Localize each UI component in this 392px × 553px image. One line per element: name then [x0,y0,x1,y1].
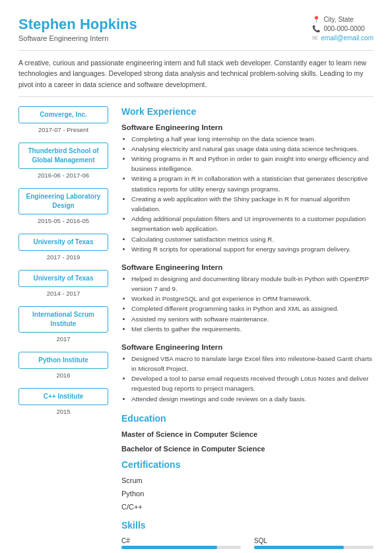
left-cert-item: International Scrum Institute 2017 [18,306,108,342]
skill-bar-fill [254,546,344,549]
left-edu-items: University of Texas 2017 - 2019 Universi… [18,234,108,297]
bullet: Analysing electricity and natural gas us… [131,144,374,154]
certifications-title: Certifications [121,459,374,471]
skill-label: SQL [254,537,374,544]
cert-date: 2017 [18,335,108,342]
left-work-items: Comverge, Inc. 2017-07 - Present Thunder… [18,106,108,224]
skill-bar-bg [254,546,374,549]
phone-text: 000-000-0000 [323,25,364,32]
phone-row: 📞 000-000-0000 [312,25,364,32]
skills-grid: C# SQL XML Java C/C++ Scrum [121,537,374,553]
skill-bar-bg [121,546,241,549]
skill-item: SQL [254,537,374,549]
candidate-name: Stephen Hopkins [18,16,137,33]
resume-header: Stephen Hopkins Software Engineering Int… [18,16,374,42]
edu-block: Master of Science in Computer Science [121,430,374,438]
job-bullets: Completing a half year long internship o… [121,134,374,254]
cert-institution: Python Institute [18,352,108,369]
skill-bar-fill [121,546,217,549]
email-icon: ✉ [312,34,317,42]
job-block: Software Engineering Intern Completing a… [121,123,374,254]
left-edu-item: University of Texas 2017 - 2019 [18,234,108,261]
skills-title: Skills [121,520,374,532]
company-name: Thunderbird School of Global Management [18,143,108,169]
right-edu-items: Master of Science in Computer ScienceBac… [121,430,374,453]
bullet: Completing a half year long internship o… [131,134,374,144]
cert-institution: International Scrum Institute [18,306,108,333]
date-range: 2017-07 - Present [18,126,108,133]
left-work-item: Thunderbird School of Global Management … [18,143,108,179]
job-block: Software Engineering Intern Designed VBA… [121,343,374,404]
bullet: Helped in designing and documenting libr… [131,274,374,294]
bullet: Designed VBA macro to translate large Ex… [131,354,374,374]
skill-item: C# [121,537,241,549]
cert-block: C/C++ [121,503,374,511]
bullet: Creating a web application with the Shin… [131,194,374,214]
left-cert-item: C++ Institute 2015 [18,388,108,415]
cert-date: 2016 [18,372,108,379]
work-experience-title: Work Experience [121,106,374,118]
job-title: Software Engineering Intern [121,343,374,351]
location-text: City, State [323,16,353,23]
skill-label: C# [121,537,241,544]
bullet: Developed a tool to parse email requests… [131,374,374,393]
bullet: Writing R scripts for operational suppor… [131,244,374,254]
cert-block: Scrum [121,476,374,484]
job-title: Software Engineering Intern [121,123,374,131]
left-work-item: Comverge, Inc. 2017-07 - Present [18,106,108,133]
bullet: Writing a program in R in collaboration … [131,174,374,193]
header-left: Stephen Hopkins Software Engineering Int… [18,16,137,42]
left-cert-items: International Scrum Institute 2017 Pytho… [18,306,108,415]
cert-date: 2015 [18,408,108,415]
right-column: Work Experience Software Engineering Int… [116,106,374,553]
job-bullets: Helped in designing and documenting libr… [121,274,374,334]
contact-info: 📍 City, State 📞 000-000-0000 ✉ email@ema… [312,16,374,42]
bullet: Writing programs in R and Python in orde… [131,154,374,174]
bullet: Worked in PostgreSQL and got experience … [131,294,374,304]
cert-block: Python [121,490,374,498]
date-range: 2017 - 2019 [18,253,108,261]
candidate-subtitle: Software Engineering Intern [18,34,137,42]
date-range: 2016-06 - 2017-06 [18,172,108,179]
edu-degree: Bachelor of Science in Computer Science [121,445,374,453]
left-work-item: Engineering Laboratory Design 2015-05 - … [18,188,108,224]
cert-name: Python [121,490,374,498]
skills-section: Skills C# SQL XML Java C/C++ [121,520,374,553]
phone-icon: 📞 [312,25,320,32]
right-cert-items: ScrumPythonC/C++ [121,476,374,511]
main-content: Comverge, Inc. 2017-07 - Present Thunder… [18,106,374,553]
email-row: ✉ email@email.com [312,34,374,42]
institution-name: University of Texas [18,234,108,251]
date-range: 2015-05 - 2016-05 [18,217,108,224]
date-range: 2014 - 2017 [18,290,108,297]
bullet: Completed different programming tasks in… [131,304,374,313]
cert-name: Scrum [121,476,374,484]
summary-text: A creative, curious and passionate engin… [18,50,374,97]
bullet: Assisted my seniors with software mainte… [131,314,374,324]
bullet: Met clients to gather the requirements. [131,324,374,334]
cert-institution: C++ Institute [18,388,108,405]
cert-name: C/C++ [121,503,374,511]
bullet: Calculating customer satisfaction metric… [131,234,374,244]
bullet: Attended design meetings and code review… [131,394,374,404]
edu-degree: Master of Science in Computer Science [121,430,374,438]
edu-block: Bachelor of Science in Computer Science [121,445,374,453]
resume-page: Stephen Hopkins Software Engineering Int… [0,0,392,553]
bullet: Adding additional population filters and… [131,214,374,234]
company-name: Comverge, Inc. [18,106,108,123]
location-icon: 📍 [312,16,320,23]
left-edu-item: University of Texas 2014 - 2017 [18,270,108,297]
job-title: Software Engineering Intern [121,263,374,271]
left-column: Comverge, Inc. 2017-07 - Present Thunder… [18,106,116,553]
left-cert-item: Python Institute 2016 [18,352,108,379]
job-block: Software Engineering Intern Helped in de… [121,263,374,334]
company-name: Engineering Laboratory Design [18,188,108,214]
right-work-items: Software Engineering Intern Completing a… [121,123,374,404]
education-title: Education [121,413,374,425]
institution-name: University of Texas [18,270,108,287]
location-row: 📍 City, State [312,16,353,23]
job-bullets: Designed VBA macro to translate large Ex… [121,354,374,404]
email-link[interactable]: email@email.com [321,34,374,42]
